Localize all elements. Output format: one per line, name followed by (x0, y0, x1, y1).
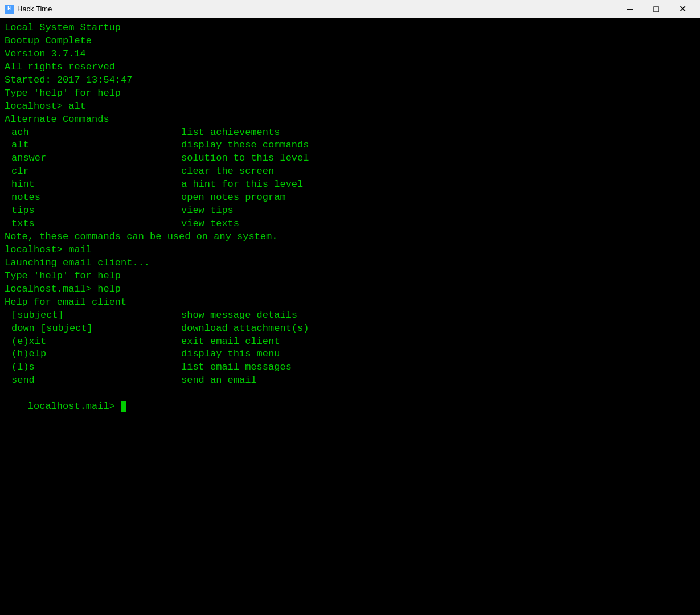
cmd-desc-tips: view tips (181, 204, 234, 218)
app-icon: H (5, 5, 14, 14)
note-line: Note, these commands can be used on any … (5, 231, 695, 244)
title-bar: H Hack Time ─ □ ✕ (0, 0, 700, 18)
startup-line-2: Bootup Complete (5, 35, 695, 48)
close-button[interactable]: ✕ (669, 0, 695, 18)
cmd-row-help: (h)elp display this menu (5, 348, 695, 361)
cmd-desc-txts: view texts (181, 218, 239, 231)
prompt-text: localhost.mail> (28, 401, 121, 412)
prompt-alt: localhost> alt (5, 100, 695, 113)
cmd-desc-subject: show message details (181, 309, 297, 322)
cmd-row-exit: (e)xit exit email client (5, 335, 695, 348)
cmd-desc-ach: list achievements (181, 126, 280, 140)
cmd-row-tips: tips view tips (5, 204, 695, 218)
cmd-desc-clr: clear the screen (181, 165, 274, 178)
startup-line-4: All rights reserved (5, 61, 695, 74)
cmd-name-answer: answer (5, 152, 181, 165)
minimize-button[interactable]: ─ (617, 0, 643, 18)
startup-line-1: Local System Startup (5, 22, 695, 35)
cmd-row-txts: txts view texts (5, 218, 695, 231)
cmd-desc-answer: solution to this level (181, 152, 309, 165)
cmd-desc-notes: open notes program (181, 191, 286, 204)
cmd-name-alt: alt (5, 139, 181, 152)
cmd-name-help: (h)elp (5, 348, 181, 361)
cmd-name-notes: notes (5, 191, 181, 204)
cmd-row-notes: notes open notes program (5, 191, 695, 204)
cmd-desc-help: display this menu (181, 348, 280, 361)
cmd-row-answer: answer solution to this level (5, 152, 695, 165)
type-help-line: Type 'help' for help (5, 270, 695, 283)
cmd-row-send: send send an email (5, 374, 695, 387)
cmd-row-clr: clr clear the screen (5, 165, 695, 178)
cmd-name-exit: (e)xit (5, 335, 181, 348)
cmd-name-txts: txts (5, 218, 181, 231)
cmd-name-down: down [subject] (5, 322, 181, 335)
cmd-name-clr: clr (5, 165, 181, 178)
cmd-desc-ls: list email messages (181, 361, 292, 374)
cmd-row-down: down [subject] download attachment(s) (5, 322, 695, 335)
window-controls: ─ □ ✕ (617, 0, 695, 18)
cmd-row-ach: ach list achievements (5, 126, 695, 140)
maximize-button[interactable]: □ (643, 0, 669, 18)
cmd-name-send: send (5, 374, 181, 387)
cmd-name-subject: [subject] (5, 309, 181, 322)
startup-line-5: Started: 2017 13:54:47 (5, 74, 695, 87)
startup-line-6: Type 'help' for help (5, 87, 695, 100)
cmd-row-alt: alt display these commands (5, 139, 695, 152)
prompt-help: localhost.mail> help (5, 283, 695, 296)
startup-line-3: Version 3.7.14 (5, 48, 695, 61)
window-title: Hack Time (17, 5, 617, 13)
cursor (121, 401, 126, 412)
cmd-name-ach: ach (5, 126, 181, 140)
cmd-desc-exit: exit email client (181, 335, 280, 348)
cmd-desc-alt: display these commands (181, 139, 309, 152)
prompt-mail: localhost> mail (5, 244, 695, 257)
final-prompt[interactable]: localhost.mail> (5, 387, 695, 427)
cmd-desc-down: download attachment(s) (181, 322, 309, 335)
cmd-name-hint: hint (5, 178, 181, 191)
cmd-name-tips: tips (5, 204, 181, 218)
cmd-row-ls: (l)s list email messages (5, 361, 695, 374)
alt-header: Alternate Commands (5, 113, 695, 126)
cmd-desc-hint: a hint for this level (181, 178, 303, 191)
cmd-name-ls: (l)s (5, 361, 181, 374)
cmd-row-hint: hint a hint for this level (5, 178, 695, 191)
terminal-window[interactable]: Local System Startup Bootup Complete Ver… (0, 18, 700, 615)
cmd-row-subject: [subject] show message details (5, 309, 695, 322)
help-header: Help for email client (5, 296, 695, 309)
cmd-desc-send: send an email (181, 374, 257, 387)
launching-line: Launching email client... (5, 257, 695, 270)
